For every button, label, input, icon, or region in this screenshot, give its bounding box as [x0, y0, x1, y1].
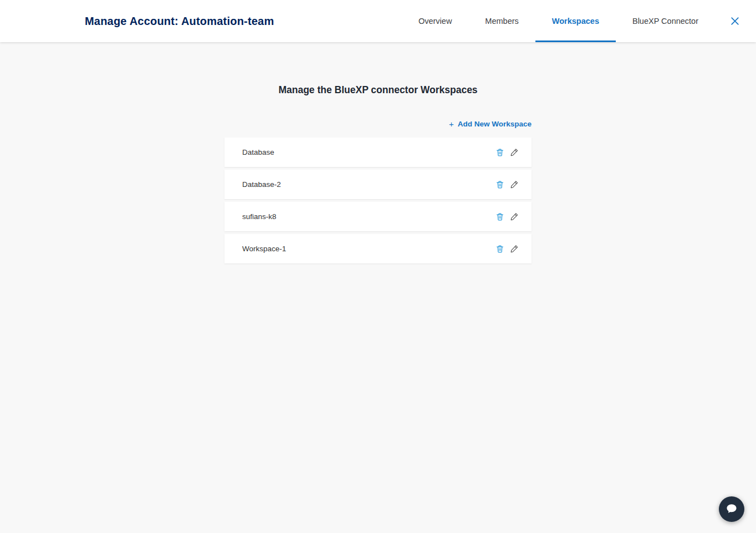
pencil-icon: [510, 180, 519, 189]
workspace-rows: Database: [224, 138, 532, 263]
edit-workspace-button[interactable]: [509, 180, 519, 190]
delete-workspace-button[interactable]: [495, 244, 505, 254]
edit-workspace-button[interactable]: [509, 148, 519, 158]
workspace-name: sufians-k8: [242, 212, 277, 221]
trash-icon: [496, 180, 504, 189]
close-icon: [729, 16, 740, 27]
workspace-name: Database-2: [242, 180, 281, 189]
row-actions: [495, 148, 519, 158]
close-button[interactable]: [729, 16, 740, 27]
delete-workspace-button[interactable]: [495, 180, 505, 190]
row-actions: [495, 244, 519, 254]
tab-members[interactable]: Members: [468, 0, 535, 42]
trash-icon: [496, 244, 504, 253]
pencil-icon: [510, 212, 519, 221]
section-heading: Manage the BlueXP connector Workspaces: [0, 84, 756, 96]
pencil-icon: [510, 148, 519, 157]
add-new-workspace-label: Add New Workspace: [458, 120, 532, 128]
workspaces-panel: Manage the BlueXP connector Workspaces +…: [0, 84, 756, 263]
chat-icon: [725, 502, 738, 517]
workspace-row: Database: [224, 138, 532, 167]
delete-workspace-button[interactable]: [495, 148, 505, 158]
workspace-name: Database: [242, 148, 274, 156]
tab-bluexp-connector[interactable]: BlueXP Connector: [616, 0, 715, 42]
delete-workspace-button[interactable]: [495, 212, 505, 222]
tab-overview[interactable]: Overview: [402, 0, 468, 42]
workspace-name: Workspace-1: [242, 245, 286, 253]
trash-icon: [496, 212, 504, 221]
tab-workspaces[interactable]: Workspaces: [535, 0, 616, 42]
chat-launcher[interactable]: [719, 496, 744, 522]
row-actions: [495, 212, 519, 222]
row-actions: [495, 180, 519, 190]
page-title: Manage Account: Automation-team: [85, 15, 274, 28]
trash-icon: [496, 148, 504, 157]
workspace-row: Workspace-1: [224, 234, 532, 263]
pencil-icon: [510, 244, 519, 253]
edit-workspace-button[interactable]: [509, 244, 519, 254]
workspace-list: + Add New Workspace Database: [224, 120, 532, 263]
add-new-workspace-button[interactable]: + Add New Workspace: [224, 120, 532, 128]
workspace-row: sufians-k8: [224, 202, 532, 231]
header: Manage Account: Automation-team Overview…: [0, 0, 756, 42]
manage-account-page: Manage Account: Automation-team Overview…: [0, 0, 756, 263]
plus-icon: +: [449, 120, 454, 128]
edit-workspace-button[interactable]: [509, 212, 519, 222]
workspace-row: Database-2: [224, 170, 532, 199]
tab-bar: Overview Members Workspaces BlueXP Conne…: [402, 0, 715, 42]
